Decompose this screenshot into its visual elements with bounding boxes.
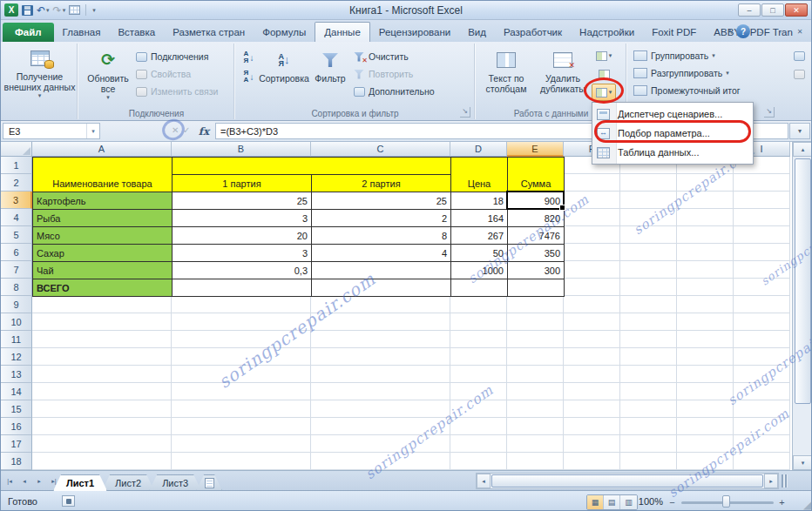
row-header[interactable]: 4 <box>1 209 32 226</box>
cell-e5[interactable]: 7476 <box>508 227 565 245</box>
zoom-in-button[interactable]: + <box>776 496 788 508</box>
cell-d3[interactable]: 18 <box>451 192 508 210</box>
table-mode-button[interactable] <box>69 5 80 15</box>
row-header[interactable]: 15 <box>1 400 32 418</box>
edit-links-button[interactable]: Изменить связи <box>133 83 220 100</box>
name-box-dropdown[interactable]: ▾ <box>86 124 99 138</box>
row-header[interactable]: 7 <box>1 261 32 279</box>
excel-app-icon[interactable]: X <box>4 3 18 17</box>
cell-b8[interactable] <box>173 279 312 297</box>
cell-c6[interactable]: 4 <box>312 245 451 262</box>
row-header[interactable]: 16 <box>1 418 32 435</box>
cell-e8[interactable] <box>508 279 565 297</box>
clear-filter-button[interactable]: ✕ Очистить <box>351 48 436 65</box>
sheet-tab-list1[interactable]: Лист1 <box>53 474 107 491</box>
column-header-e[interactable]: E <box>507 142 564 157</box>
cell-c8[interactable] <box>312 279 451 297</box>
cell-e7[interactable]: 300 <box>508 262 565 279</box>
cell-a7[interactable]: Чай <box>33 262 173 279</box>
minimize-button[interactable]: – <box>738 3 761 17</box>
get-external-data-button[interactable]: Получение внешних данных ▾ <box>3 44 77 119</box>
vertical-scrollbar[interactable]: ▴ ▾ <box>792 142 812 470</box>
expand-formula-bar-button[interactable]: ▾ <box>789 123 810 139</box>
cell-a4[interactable]: Рыба <box>33 210 173 227</box>
group-button[interactable]: Группировать ▾ <box>632 47 812 64</box>
cell-a6[interactable]: Сахар <box>33 245 173 262</box>
insert-function-button[interactable]: fx <box>194 123 213 139</box>
row-header[interactable]: 5 <box>1 226 32 244</box>
row-header[interactable]: 11 <box>1 331 32 348</box>
prev-sheet-button[interactable]: ◂ <box>17 474 31 488</box>
horizontal-scrollbar[interactable]: ◂ ▸ <box>476 473 779 489</box>
cell-b3[interactable]: 25 <box>173 192 312 210</box>
cell-a8-total[interactable]: ВСЕГО <box>33 279 173 297</box>
dialog-launcher-icon[interactable]: ↘ <box>460 107 470 118</box>
tab-file[interactable]: Файл <box>3 23 54 42</box>
zoom-level-label[interactable]: 100% <box>630 496 663 507</box>
cell-c7[interactable] <box>312 262 451 279</box>
row-header[interactable]: 2 <box>1 174 32 192</box>
cell-d4[interactable]: 164 <box>451 210 508 227</box>
text-to-columns-button[interactable]: Текст по столбцам <box>478 45 534 101</box>
cell-d7[interactable]: 1000 <box>451 262 508 279</box>
column-header-c[interactable]: C <box>311 142 450 157</box>
vertical-scrollbar-thumb[interactable] <box>795 158 811 404</box>
help-button[interactable]: ? <box>736 24 750 38</box>
tab-developer[interactable]: Разработчик <box>495 23 571 42</box>
macro-record-button[interactable] <box>62 495 75 507</box>
row-header[interactable]: 3 <box>1 192 32 209</box>
row-header[interactable]: 10 <box>1 313 32 331</box>
close-button[interactable]: ✕ <box>785 3 808 17</box>
ungroup-button[interactable]: Разгруппировать ▾ <box>632 64 812 82</box>
tab-split-handle[interactable] <box>782 474 788 487</box>
cell-c5[interactable]: 8 <box>312 227 451 245</box>
workbook-restore-button[interactable]: ▫ <box>773 26 788 37</box>
sort-az-button[interactable]: АЯ ↓ <box>239 49 259 66</box>
insert-sheet-button[interactable] <box>196 474 222 491</box>
workbook-minimize-button[interactable]: – <box>754 26 769 37</box>
tab-addins[interactable]: Надстройки <box>571 23 643 42</box>
tab-foxit-pdf[interactable]: Foxit PDF <box>643 23 705 42</box>
remove-duplicates-button[interactable]: Удалить дубликаты <box>534 45 592 101</box>
sheet-tab-list3[interactable]: Лист3 <box>149 474 201 491</box>
properties-button[interactable]: Свойства <box>133 65 220 83</box>
hide-detail-button[interactable] <box>788 66 809 82</box>
sheet-tab-list2[interactable]: Лист2 <box>102 474 154 491</box>
cell-c3[interactable]: 25 <box>312 192 451 210</box>
menu-item-data-table[interactable]: Таблица данных... <box>592 143 753 162</box>
maximize-button[interactable]: □ <box>761 3 784 17</box>
cell-a3[interactable]: Картофель <box>33 192 173 210</box>
resize-grip[interactable]: ◢ <box>803 498 812 511</box>
connections-button[interactable]: Подключения <box>133 48 220 65</box>
cell-b5[interactable]: 20 <box>173 227 312 245</box>
select-all-corner[interactable] <box>1 142 32 157</box>
tab-home[interactable]: Главная <box>54 23 110 42</box>
subtotal-button[interactable]: Промежуточный итог <box>632 82 812 99</box>
advanced-filter-button[interactable]: Дополнительно <box>351 83 436 100</box>
cell-c4[interactable]: 2 <box>312 210 451 227</box>
tab-data[interactable]: Данные <box>315 22 370 42</box>
cell-b4[interactable]: 3 <box>173 210 312 227</box>
cell-c2-batch2[interactable]: 2 партия <box>312 175 451 192</box>
row-header[interactable]: 13 <box>1 366 32 383</box>
cell-e4[interactable]: 820 <box>508 210 565 227</box>
row-header[interactable]: 9 <box>1 296 32 313</box>
tab-review[interactable]: Рецензировани <box>370 23 459 42</box>
tab-formulas[interactable]: Формулы <box>254 23 315 42</box>
cell-a1-name-header[interactable]: Наименование товара <box>33 158 173 192</box>
tab-view[interactable]: Вид <box>459 23 495 42</box>
first-sheet-button[interactable]: |◂ <box>3 474 17 488</box>
scroll-left-button[interactable]: ◂ <box>477 474 491 488</box>
reapply-button[interactable]: Повторить <box>351 65 436 83</box>
zoom-out-button[interactable]: − <box>667 496 678 508</box>
column-header-b[interactable]: B <box>172 142 311 157</box>
dialog-launcher-icon[interactable]: ↘ <box>764 107 775 118</box>
workbook-close-button[interactable]: ✕ <box>792 26 808 37</box>
page-layout-view-button[interactable]: ▤ <box>604 495 620 509</box>
undo-button[interactable]: ↶▾ <box>37 5 50 16</box>
cell-d8[interactable] <box>451 279 508 297</box>
refresh-all-button[interactable]: ⟳ Обновить все ▾ <box>83 45 133 101</box>
row-header[interactable]: 6 <box>1 244 32 261</box>
cell-b1-quantity-header[interactable] <box>173 158 451 175</box>
show-detail-button[interactable] <box>788 48 809 64</box>
